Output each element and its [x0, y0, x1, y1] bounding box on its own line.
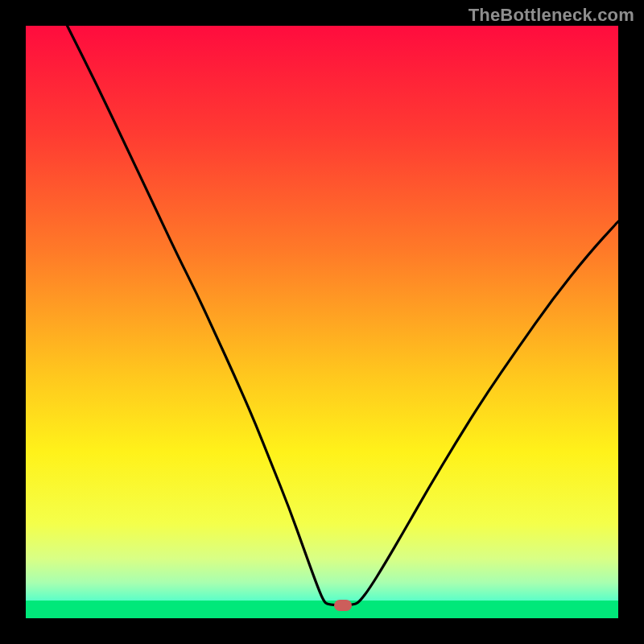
chart-stage: TheBottleneck.com [0, 0, 644, 644]
watermark-text: TheBottleneck.com [469, 5, 634, 26]
curve-path [68, 26, 618, 605]
bottleneck-curve [26, 26, 618, 618]
optimal-marker [334, 600, 352, 611]
plot-area [26, 26, 618, 618]
